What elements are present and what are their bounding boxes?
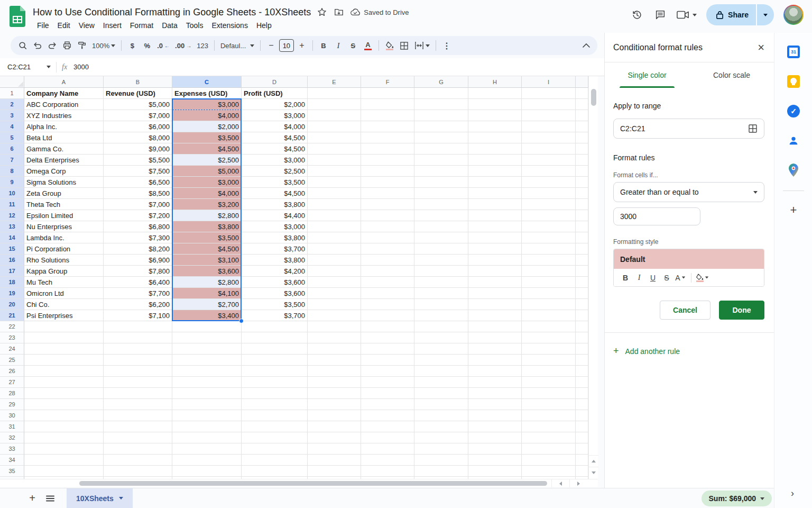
- cell-D8[interactable]: $2,500: [242, 166, 308, 177]
- cell-F18[interactable]: [361, 277, 414, 288]
- cell-E2[interactable]: [308, 99, 361, 110]
- cell-F15[interactable]: [361, 243, 414, 255]
- cell-D4[interactable]: $4,000: [242, 121, 308, 132]
- cell-I17[interactable]: [522, 266, 576, 277]
- cell-G6[interactable]: [414, 143, 468, 155]
- cell-E7[interactable]: [308, 155, 361, 166]
- row-header-33[interactable]: 33: [0, 443, 24, 455]
- cell-x22[interactable]: [576, 321, 588, 332]
- cell-I13[interactable]: [522, 221, 576, 232]
- row-header-26[interactable]: 26: [0, 366, 24, 377]
- cell-x14[interactable]: [576, 232, 588, 243]
- version-history-icon[interactable]: [630, 8, 644, 22]
- cell-I6[interactable]: [522, 143, 576, 155]
- cell-F32[interactable]: [361, 432, 414, 443]
- cell-A27[interactable]: [24, 377, 104, 388]
- cell-F26[interactable]: [361, 366, 414, 377]
- cell-F33[interactable]: [361, 443, 414, 455]
- cell-E29[interactable]: [308, 399, 361, 410]
- cell-B35[interactable]: [104, 466, 172, 477]
- menu-edit[interactable]: Edit: [53, 20, 75, 31]
- cell-G19[interactable]: [414, 288, 468, 299]
- column-header-e[interactable]: E: [308, 76, 361, 88]
- cell-H34[interactable]: [468, 455, 522, 466]
- cell-F17[interactable]: [361, 266, 414, 277]
- cell-x35[interactable]: [576, 466, 588, 477]
- cell-B21[interactable]: $7,100: [104, 310, 172, 321]
- cell-D19[interactable]: $3,600: [242, 288, 308, 299]
- scroll-right-button[interactable]: [569, 479, 587, 487]
- comments-icon[interactable]: [653, 8, 667, 22]
- cell-H17[interactable]: [468, 266, 522, 277]
- cell-F3[interactable]: [361, 110, 414, 121]
- borders-button[interactable]: [398, 38, 411, 53]
- cell-C34[interactable]: [172, 455, 242, 466]
- cell-B34[interactable]: [104, 455, 172, 466]
- cell-C32[interactable]: [172, 432, 242, 443]
- cell-A5[interactable]: Beta Ltd: [24, 132, 104, 143]
- cell-D33[interactable]: [242, 443, 308, 455]
- cell-D24[interactable]: [242, 343, 308, 355]
- cell-H26[interactable]: [468, 366, 522, 377]
- cell-E8[interactable]: [308, 166, 361, 177]
- cell-B24[interactable]: [104, 343, 172, 355]
- range-input[interactable]: C2:C21: [613, 119, 764, 139]
- cell-B22[interactable]: [104, 321, 172, 332]
- cell-E19[interactable]: [308, 288, 361, 299]
- cell-F7[interactable]: [361, 155, 414, 166]
- expand-panel-chevron[interactable]: ›: [791, 488, 794, 499]
- cell-D12[interactable]: $4,400: [242, 210, 308, 221]
- cell-H15[interactable]: [468, 243, 522, 255]
- cell-I4[interactable]: [522, 121, 576, 132]
- sheet-tab[interactable]: 10XSheets: [67, 488, 133, 508]
- cell-B8[interactable]: $7,500: [104, 166, 172, 177]
- row-header-7[interactable]: 7: [0, 155, 24, 166]
- cell-x29[interactable]: [576, 399, 588, 410]
- cell-H35[interactable]: [468, 466, 522, 477]
- cell-x34[interactable]: [576, 455, 588, 466]
- cell-D25[interactable]: [242, 355, 308, 366]
- row-header-32[interactable]: 32: [0, 432, 24, 443]
- fill-handle[interactable]: [239, 319, 244, 323]
- cell-D27[interactable]: [242, 377, 308, 388]
- cell-C18[interactable]: $2,800: [172, 277, 242, 288]
- cell-G21[interactable]: [414, 310, 468, 321]
- saved-status[interactable]: Saved to Drive: [350, 8, 409, 16]
- cell-x28[interactable]: [576, 388, 588, 399]
- cell-F6[interactable]: [361, 143, 414, 155]
- cell-G7[interactable]: [414, 155, 468, 166]
- cell-I5[interactable]: [522, 132, 576, 143]
- cell-D22[interactable]: [242, 321, 308, 332]
- share-dropdown[interactable]: [757, 4, 774, 25]
- cell-D34[interactable]: [242, 455, 308, 466]
- select-range-icon[interactable]: [748, 124, 758, 133]
- cell-E27[interactable]: [308, 377, 361, 388]
- name-box[interactable]: C2:C21: [0, 63, 51, 71]
- cell-x31[interactable]: [576, 421, 588, 432]
- cell-G30[interactable]: [414, 410, 468, 421]
- cell-A22[interactable]: [24, 321, 104, 332]
- sum-badge[interactable]: Sum: $69,000: [702, 491, 772, 506]
- select-all-corner[interactable]: [0, 76, 24, 88]
- cell-H28[interactable]: [468, 388, 522, 399]
- cell-E17[interactable]: [308, 266, 361, 277]
- undo-icon[interactable]: [31, 38, 44, 53]
- cell-I15[interactable]: [522, 243, 576, 255]
- cell-D10[interactable]: $4,500: [242, 188, 308, 199]
- menu-help[interactable]: Help: [252, 20, 276, 31]
- cell-G3[interactable]: [414, 110, 468, 121]
- font-select[interactable]: Defaul...: [218, 38, 256, 53]
- row-header-14[interactable]: 14: [0, 232, 24, 243]
- cell-B31[interactable]: [104, 421, 172, 432]
- row-header-23[interactable]: 23: [0, 332, 24, 343]
- row-header-18[interactable]: 18: [0, 277, 24, 288]
- cell-F30[interactable]: [361, 410, 414, 421]
- cell-F35[interactable]: [361, 466, 414, 477]
- cell-H4[interactable]: [468, 121, 522, 132]
- cell-A35[interactable]: [24, 466, 104, 477]
- cell-H19[interactable]: [468, 288, 522, 299]
- cell-G4[interactable]: [414, 121, 468, 132]
- cell-x1[interactable]: [576, 88, 588, 99]
- cell-B2[interactable]: $5,000: [104, 99, 172, 110]
- cell-A34[interactable]: [24, 455, 104, 466]
